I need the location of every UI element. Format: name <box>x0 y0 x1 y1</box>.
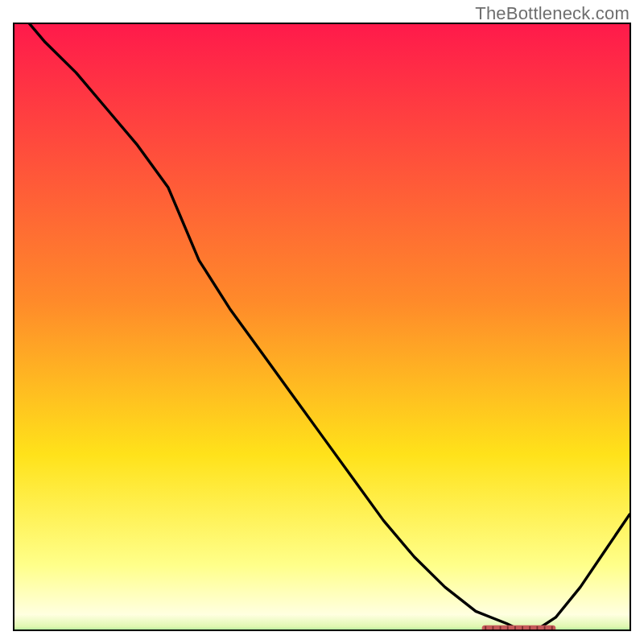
plot-frame <box>13 23 631 631</box>
svg-rect-4 <box>500 626 502 630</box>
frame-color: #000000 <box>0 0 1 1</box>
svg-rect-10 <box>544 626 546 630</box>
svg-rect-9 <box>536 626 538 630</box>
svg-rect-5 <box>507 626 509 630</box>
chart-stage: TheBottleneck.com <box>0 0 644 644</box>
svg-rect-3 <box>492 626 493 630</box>
optimal-marker <box>14 24 630 630</box>
curve-color: #000000 <box>0 0 1 1</box>
watermark-text: TheBottleneck.com <box>475 3 630 24</box>
svg-rect-8 <box>529 626 530 630</box>
svg-rect-6 <box>514 626 516 630</box>
svg-rect-11 <box>551 626 553 630</box>
svg-rect-2 <box>485 626 486 630</box>
svg-rect-7 <box>522 626 523 630</box>
